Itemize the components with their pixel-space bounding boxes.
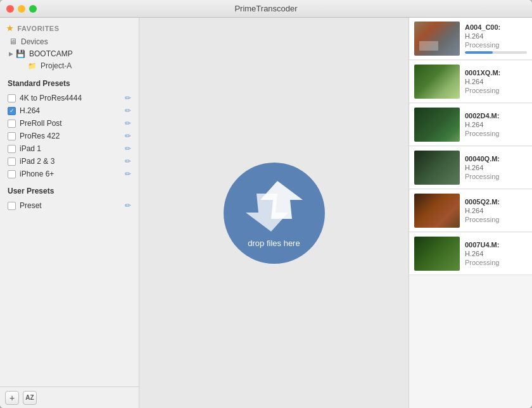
bootcamp-label: BOOTCAMP bbox=[29, 49, 73, 58]
preset-edit-icon-preset-prores422[interactable]: ✏ bbox=[125, 132, 131, 140]
file-thumbnail-0 bbox=[414, 22, 460, 56]
sidebar-favorites-header: ★ Favorites bbox=[0, 23, 139, 34]
file-card-5[interactable]: 0007U4.M:H.264Processing bbox=[409, 233, 532, 275]
user-preset-edit-icon-preset-user1[interactable]: ✏ bbox=[125, 201, 131, 210]
file-info-1: 0001XQ.M:H.264Processing bbox=[460, 69, 527, 94]
preset-edit-icon-preset-h264[interactable]: ✏ bbox=[125, 106, 131, 115]
title-bar: PrimeTranscoder bbox=[0, 0, 532, 18]
hdd-icon: 💾 bbox=[16, 49, 25, 58]
file-info-5: 0007U4.M:H.264Processing bbox=[460, 241, 527, 266]
devices-label: Devices bbox=[21, 37, 48, 46]
file-name-4: 0005Q2.M: bbox=[465, 198, 527, 206]
user-presets-list: Preset✏ bbox=[8, 199, 131, 212]
preset-label-preset-4k: 4K to ProRes4444 bbox=[20, 94, 122, 102]
file-thumbnail-5 bbox=[414, 237, 460, 271]
file-name-2: 0002D4.M: bbox=[465, 112, 527, 120]
main-area: ★ Favorites 🖥 Devices ▶ 💾 BOOTCAMP 📁 bbox=[0, 18, 532, 408]
file-info-4: 0005Q2.M:H.264Processing bbox=[460, 198, 527, 223]
right-panel: A004_C00:H.264Processing0001XQ.M:H.264Pr… bbox=[408, 18, 532, 408]
preset-edit-icon-preset-ipad1[interactable]: ✏ bbox=[125, 144, 131, 153]
preset-checkbox-preset-ipad23[interactable] bbox=[8, 158, 16, 166]
preset-edit-icon-preset-ipad23[interactable]: ✏ bbox=[125, 157, 131, 166]
user-presets-title: User Presets bbox=[8, 187, 131, 195]
drop-text: drop files here bbox=[248, 238, 300, 248]
arrow-right-icon: ▶ bbox=[9, 51, 13, 57]
minimize-button[interactable] bbox=[18, 5, 25, 13]
preset-edit-icon-preset-iphone6[interactable]: ✏ bbox=[125, 170, 131, 178]
preset-item-preset-ipad23[interactable]: iPad 2 & 3✏ bbox=[8, 155, 131, 168]
file-card-0[interactable]: A004_C00:H.264Processing bbox=[409, 18, 532, 60]
sidebar-content: ★ Favorites 🖥 Devices ▶ 💾 BOOTCAMP 📁 bbox=[0, 18, 139, 386]
close-button[interactable] bbox=[6, 5, 14, 13]
sidebar-project-item[interactable]: 📁 Project-A bbox=[0, 60, 139, 71]
preset-checkbox-preset-ipad1[interactable] bbox=[8, 145, 16, 153]
preset-checkbox-preset-iphone6[interactable] bbox=[8, 170, 16, 178]
file-info-0: A004_C00:H.264Processing bbox=[460, 23, 527, 54]
window-title: PrimeTranscoder bbox=[234, 4, 297, 13]
file-name-3: 00040Q.M: bbox=[465, 155, 527, 163]
preset-item-preset-prores422[interactable]: ProRes 422✏ bbox=[8, 130, 131, 142]
drop-area[interactable]: drop files here bbox=[139, 18, 408, 408]
progress-bar-container-0 bbox=[465, 51, 527, 54]
preset-label-preset-preroll: PreRoll Post bbox=[20, 119, 122, 128]
standard-presets-title: Standard Presets bbox=[8, 79, 131, 88]
preset-checkbox-preset-preroll[interactable] bbox=[8, 120, 16, 128]
monitor-icon: 🖥 bbox=[9, 37, 17, 46]
file-status-5: Processing bbox=[465, 259, 527, 266]
file-status-1: Processing bbox=[465, 87, 527, 94]
user-preset-checkbox-preset-user1[interactable] bbox=[8, 202, 16, 210]
sidebar-bootcamp-item[interactable]: ▶ 💾 BOOTCAMP bbox=[0, 47, 139, 60]
preset-item-preset-ipad1[interactable]: iPad 1✏ bbox=[8, 142, 131, 155]
drop-circle: drop files here bbox=[224, 163, 325, 264]
file-status-4: Processing bbox=[465, 216, 527, 223]
file-name-0: A004_C00: bbox=[465, 23, 527, 31]
file-thumbnail-2 bbox=[414, 108, 460, 142]
standard-presets-section: Standard Presets 4K to ProRes4444✏H.264✏… bbox=[0, 71, 139, 214]
file-status-2: Processing bbox=[465, 130, 527, 137]
user-preset-item-preset-user1[interactable]: Preset✏ bbox=[8, 199, 131, 212]
file-thumbnail-4 bbox=[414, 194, 460, 228]
file-info-3: 00040Q.M:H.264Processing bbox=[460, 155, 527, 180]
progress-bar-fill-0 bbox=[465, 51, 493, 54]
file-format-4: H.264 bbox=[465, 207, 527, 214]
preset-edit-icon-preset-preroll[interactable]: ✏ bbox=[125, 119, 131, 128]
file-thumbnail-1 bbox=[414, 65, 460, 99]
file-status-0: Processing bbox=[465, 41, 527, 49]
file-info-2: 0002D4.M:H.264Processing bbox=[460, 112, 527, 137]
file-format-3: H.264 bbox=[465, 164, 527, 171]
file-card-4[interactable]: 0005Q2.M:H.264Processing bbox=[409, 190, 532, 232]
preset-label-preset-prores422: ProRes 422 bbox=[20, 132, 122, 140]
plus-icon: + bbox=[10, 393, 15, 403]
maximize-button[interactable] bbox=[29, 5, 37, 13]
preset-item-preset-h264[interactable]: H.264✏ bbox=[8, 104, 131, 117]
file-format-5: H.264 bbox=[465, 250, 527, 257]
file-card-3[interactable]: 00040Q.M:H.264Processing bbox=[409, 147, 532, 189]
favorites-label: Favorites bbox=[18, 25, 60, 32]
file-status-3: Processing bbox=[465, 173, 527, 180]
drop-arrows-icon bbox=[243, 178, 306, 235]
preset-label-preset-ipad23: iPad 2 & 3 bbox=[20, 157, 122, 166]
preset-label-preset-iphone6: iPhone 6+ bbox=[20, 170, 122, 178]
file-format-0: H.264 bbox=[465, 32, 527, 40]
window-controls bbox=[6, 5, 37, 13]
preset-item-preset-preroll[interactable]: PreRoll Post✏ bbox=[8, 117, 131, 130]
user-preset-label-preset-user1: Preset bbox=[20, 201, 122, 210]
preset-item-preset-iphone6[interactable]: iPhone 6+✏ bbox=[8, 168, 131, 180]
sidebar-bottom-bar: + AZ bbox=[0, 386, 139, 408]
preset-checkbox-preset-h264[interactable] bbox=[8, 107, 16, 115]
preset-checkbox-preset-4k[interactable] bbox=[8, 94, 16, 102]
file-card-1[interactable]: 0001XQ.M:H.264Processing bbox=[409, 61, 532, 103]
sort-button[interactable]: AZ bbox=[23, 391, 37, 405]
star-icon: ★ bbox=[6, 24, 14, 33]
file-card-2[interactable]: 0002D4.M:H.264Processing bbox=[409, 104, 532, 146]
preset-label-preset-ipad1: iPad 1 bbox=[20, 144, 122, 153]
file-format-1: H.264 bbox=[465, 78, 527, 85]
add-preset-button[interactable]: + bbox=[5, 391, 19, 405]
files-list: A004_C00:H.264Processing0001XQ.M:H.264Pr… bbox=[409, 18, 532, 275]
az-icon: AZ bbox=[25, 394, 34, 401]
preset-item-preset-4k[interactable]: 4K to ProRes4444✏ bbox=[8, 92, 131, 104]
file-name-5: 0007U4.M: bbox=[465, 241, 527, 249]
sidebar-devices-item[interactable]: 🖥 Devices bbox=[0, 34, 139, 47]
preset-checkbox-preset-prores422[interactable] bbox=[8, 132, 16, 140]
preset-edit-icon-preset-4k[interactable]: ✏ bbox=[125, 94, 131, 102]
